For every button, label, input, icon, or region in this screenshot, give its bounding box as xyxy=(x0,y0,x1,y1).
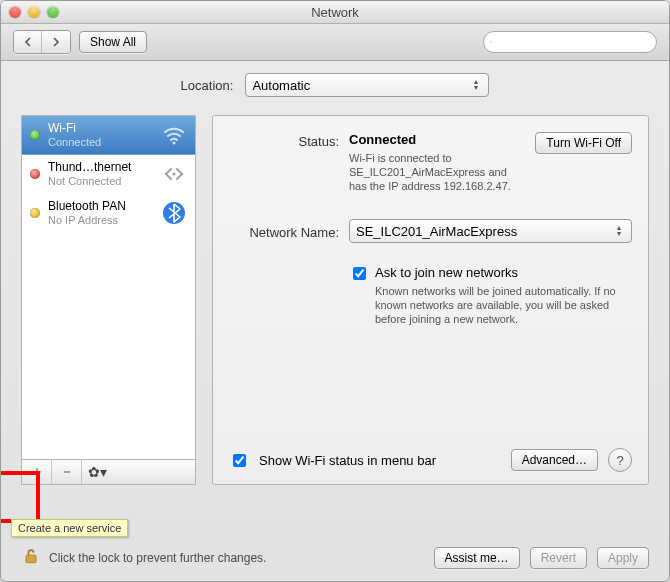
minimize-window-button[interactable] xyxy=(28,6,40,18)
lock-row: Click the lock to prevent further change… xyxy=(21,546,266,569)
chevron-right-icon xyxy=(51,37,61,47)
location-value: Automatic xyxy=(252,78,310,93)
minus-icon: － xyxy=(60,463,74,481)
status-value: Connected xyxy=(349,132,416,147)
advanced-button[interactable]: Advanced… xyxy=(511,449,598,471)
ask-to-join-row: Ask to join new networks Known networks … xyxy=(349,265,632,326)
remove-service-button[interactable]: － xyxy=(52,460,82,484)
nav-forward-button[interactable] xyxy=(42,31,70,53)
service-status: Not Connected xyxy=(48,174,153,188)
status-dot xyxy=(30,208,40,218)
service-row-thunderbolt[interactable]: Thund…thernet Not Connected xyxy=(22,155,195,194)
bluetooth-icon xyxy=(161,200,187,226)
ask-to-join-description: Known networks will be joined automatica… xyxy=(375,284,632,326)
revert-button[interactable]: Revert xyxy=(530,547,587,569)
toolbar: Show All xyxy=(1,24,669,61)
svg-point-3 xyxy=(172,172,175,175)
add-service-tooltip: Create a new service xyxy=(11,519,128,537)
location-popup[interactable]: Automatic ▴▾ xyxy=(245,73,489,97)
apply-button[interactable]: Apply xyxy=(597,547,649,569)
network-name-value: SE_ILC201_AirMacExpress xyxy=(356,224,517,239)
plus-icon: ＋ xyxy=(30,463,44,481)
lock-text: Click the lock to prevent further change… xyxy=(49,551,266,565)
service-list-container: Wi-Fi Connected Thund…thernet Not Connec… xyxy=(21,115,196,485)
detail-panel: Status: Connected Wi-Fi is connected to … xyxy=(212,115,649,485)
location-label: Location: xyxy=(181,78,234,93)
window-title: Network xyxy=(1,5,669,20)
nav-back-button[interactable] xyxy=(14,31,42,53)
search-icon xyxy=(490,36,492,48)
question-icon: ? xyxy=(616,453,623,468)
service-status: Connected xyxy=(48,135,153,149)
service-name: Thund…thernet xyxy=(48,160,153,174)
footer: Click the lock to prevent further change… xyxy=(21,546,649,569)
wifi-icon xyxy=(161,122,187,148)
svg-point-2 xyxy=(173,142,176,145)
service-list: Wi-Fi Connected Thund…thernet Not Connec… xyxy=(21,115,196,459)
service-row-bluetooth[interactable]: Bluetooth PAN No IP Address xyxy=(22,194,195,233)
service-name: Bluetooth PAN xyxy=(48,199,153,213)
status-description: Wi-Fi is connected to SE_ILC201_AirMacEx… xyxy=(349,151,525,193)
titlebar: Network xyxy=(1,1,669,24)
popup-arrows-icon: ▴▾ xyxy=(611,222,627,240)
status-dot xyxy=(30,130,40,140)
help-button[interactable]: ? xyxy=(608,448,632,472)
lock-open-icon xyxy=(21,546,41,566)
popup-arrows-icon: ▴▾ xyxy=(468,76,484,94)
network-name-popup[interactable]: SE_ILC201_AirMacExpress ▴▾ xyxy=(349,219,632,243)
location-row: Location: Automatic ▴▾ xyxy=(21,73,649,97)
show-wifi-menubar-checkbox[interactable] xyxy=(233,454,246,467)
svg-point-0 xyxy=(490,41,491,42)
window-controls xyxy=(9,6,59,18)
status-dot xyxy=(30,169,40,179)
search-input[interactable] xyxy=(496,34,650,50)
close-window-button[interactable] xyxy=(9,6,21,18)
lock-button[interactable] xyxy=(21,546,41,569)
service-status: No IP Address xyxy=(48,213,153,227)
add-service-button[interactable]: ＋ xyxy=(22,460,52,484)
network-name-label: Network Name: xyxy=(229,223,339,240)
gear-icon: ✿▾ xyxy=(88,464,107,480)
zoom-window-button[interactable] xyxy=(47,6,59,18)
ethernet-icon xyxy=(161,161,187,187)
chevron-left-icon xyxy=(23,37,33,47)
service-list-toolbar: ＋ － ✿▾ xyxy=(21,459,196,485)
show-wifi-menubar-label: Show Wi-Fi status in menu bar xyxy=(259,453,436,468)
nav-back-forward xyxy=(13,30,71,54)
svg-line-1 xyxy=(491,42,492,43)
ask-to-join-label: Ask to join new networks xyxy=(375,265,632,280)
service-actions-button[interactable]: ✿▾ xyxy=(82,460,112,484)
turn-wifi-off-button[interactable]: Turn Wi-Fi Off xyxy=(535,132,632,154)
search-field[interactable] xyxy=(483,31,657,53)
ask-to-join-checkbox[interactable] xyxy=(353,267,366,280)
service-row-wifi[interactable]: Wi-Fi Connected xyxy=(22,116,195,155)
status-label: Status: xyxy=(229,132,339,149)
show-all-button[interactable]: Show All xyxy=(79,31,147,53)
svg-rect-5 xyxy=(26,555,36,563)
assist-me-button[interactable]: Assist me… xyxy=(434,547,520,569)
service-name: Wi-Fi xyxy=(48,121,153,135)
content: Location: Automatic ▴▾ Wi-Fi Connected xyxy=(1,59,669,581)
